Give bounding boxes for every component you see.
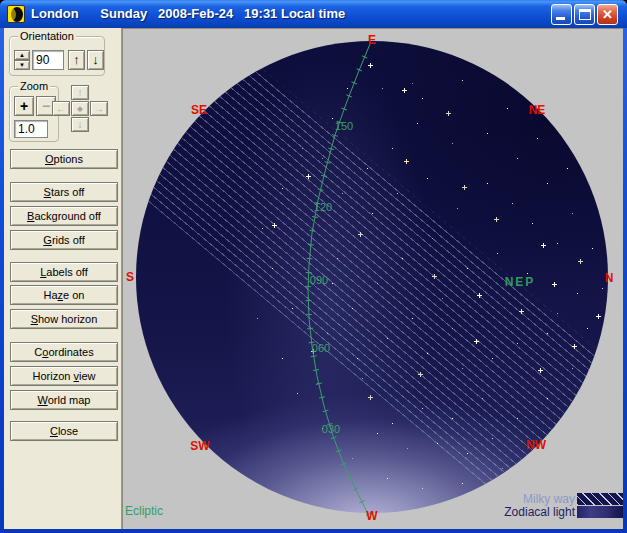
window-title: London Sunday 2008-Feb-24 19:31 Local ti… xyxy=(31,0,345,28)
ecliptic-degree-label: 090 xyxy=(310,274,328,286)
compass-label-sw: SW xyxy=(190,439,209,453)
orientation-group-label: Orientation xyxy=(18,30,76,42)
labels-off-button[interactable]: Labels off xyxy=(10,262,118,282)
crescent-moon-icon xyxy=(11,7,23,22)
ecliptic-degree-label: 150 xyxy=(335,120,353,132)
pan-right-button[interactable]: → xyxy=(90,101,108,116)
compass-label-n: N xyxy=(605,271,614,285)
ecliptic-label: Ecliptic xyxy=(125,504,163,518)
compass-label-ne: NE xyxy=(529,103,546,117)
zoom-value-field[interactable] xyxy=(14,120,48,138)
rotate-down-button[interactable]: ↓ xyxy=(87,50,104,70)
ecliptic-degree-label: 030 xyxy=(322,423,340,435)
legend-zodiacal-light-label: Zodiacal light xyxy=(504,506,575,518)
close-window-button[interactable]: ✕ xyxy=(597,4,618,25)
milky-way-swatch xyxy=(577,493,623,505)
zoom-group-label: Zoom xyxy=(18,80,50,92)
control-panel: Orientation ▲ ▼ ↑ ↓ Zoom + − ↑ ← ◆ → ↓ O… xyxy=(4,28,122,529)
north-ecliptic-pole-label: NEP xyxy=(505,275,536,289)
pan-up-button[interactable]: ↑ xyxy=(71,85,89,100)
maximize-button[interactable] xyxy=(574,4,595,25)
compass-label-nw: NW xyxy=(526,438,546,452)
haze-on-button[interactable]: Haze on xyxy=(10,285,118,305)
close-button[interactable]: Close xyxy=(10,421,118,441)
close-icon: ✕ xyxy=(598,5,617,24)
show-horizon-button[interactable]: Show horizon xyxy=(10,309,118,329)
minimize-icon xyxy=(556,17,565,20)
stars-off-button[interactable]: Stars off xyxy=(10,182,118,202)
options-button[interactable]: Options xyxy=(10,149,118,169)
maximize-icon xyxy=(579,9,591,20)
zoom-in-button[interactable]: + xyxy=(14,96,34,116)
pan-center-button[interactable]: ◆ xyxy=(71,101,89,116)
sky-map[interactable]: ENESESNSWNWW150120090060030NEP Ecliptic … xyxy=(122,28,623,529)
compass-label-s: S xyxy=(126,270,134,284)
app-window: London Sunday 2008-Feb-24 19:31 Local ti… xyxy=(0,0,627,533)
legend-milky-way-label: Milky way xyxy=(523,493,575,505)
ecliptic-degree-label: 120 xyxy=(314,201,332,213)
compass-label-e: E xyxy=(368,33,376,47)
background-off-button[interactable]: Background off xyxy=(10,206,118,226)
orientation-spin-down-button[interactable]: ▼ xyxy=(14,60,30,70)
client-area: Orientation ▲ ▼ ↑ ↓ Zoom + − ↑ ← ◆ → ↓ O… xyxy=(4,28,623,529)
horizon-view-button[interactable]: Horizon view xyxy=(10,366,118,386)
minimize-button[interactable] xyxy=(551,4,572,25)
orientation-spin-up-button[interactable]: ▲ xyxy=(14,50,30,60)
coordinates-button[interactable]: Coordinates xyxy=(10,342,118,362)
compass-label-se: SE xyxy=(191,103,207,117)
rotate-up-button[interactable]: ↑ xyxy=(68,50,85,70)
pan-down-button[interactable]: ↓ xyxy=(71,117,89,132)
pan-left-button[interactable]: ← xyxy=(52,101,70,116)
orientation-value-field[interactable] xyxy=(32,50,64,70)
grids-off-button[interactable]: Grids off xyxy=(10,230,118,250)
title-bar[interactable]: London Sunday 2008-Feb-24 19:31 Local ti… xyxy=(0,0,627,28)
world-map-button[interactable]: World map xyxy=(10,390,118,410)
moon-app-icon[interactable] xyxy=(7,5,25,23)
compass-label-w: W xyxy=(366,509,377,523)
zodiacal-light-swatch xyxy=(577,506,623,518)
ecliptic-degree-label: 060 xyxy=(312,342,330,354)
